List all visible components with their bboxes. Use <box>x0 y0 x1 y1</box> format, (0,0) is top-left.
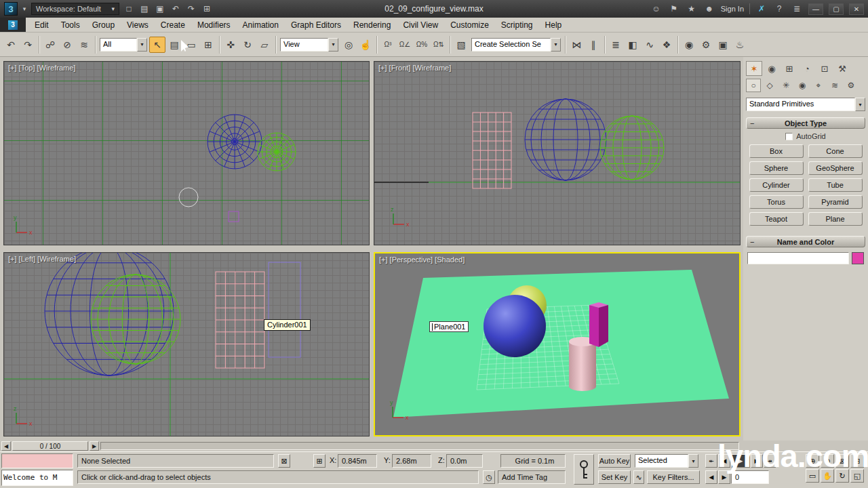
key-filters-button[interactable]: Key Filters... <box>647 470 700 484</box>
align-button[interactable]: ∥ <box>585 37 601 53</box>
notifications-icon[interactable]: ⚑ <box>668 3 680 15</box>
render-setup-button[interactable]: ⚙ <box>698 37 714 53</box>
redo-button[interactable]: ↷ <box>20 37 36 53</box>
new-file-icon[interactable]: □ <box>123 3 135 15</box>
material-editor-button[interactable]: ◉ <box>681 37 697 53</box>
menu-modifiers[interactable]: Modifiers <box>191 18 237 32</box>
sphere-button[interactable]: Sphere <box>749 161 804 175</box>
tab-hierarchy[interactable]: ⊞ <box>781 61 797 76</box>
category-systems[interactable]: ⚙ <box>844 79 859 92</box>
category-lights[interactable]: ✳ <box>778 79 793 92</box>
track-bar[interactable] <box>100 442 739 450</box>
snaps-toggle[interactable]: Ω³ <box>380 37 396 53</box>
viewport-left-label[interactable]: [+] [Left] [Wireframe] <box>8 255 76 263</box>
x-coordinate-field[interactable]: 0.845m <box>338 454 377 468</box>
menu-tools[interactable]: Tools <box>55 18 86 32</box>
viewport-left[interactable]: xz Cylinder001 [+] [Left] [Wireframe] <box>3 252 370 436</box>
selection-filter-dropdown[interactable]: All ▾ <box>100 38 147 52</box>
viewport-top[interactable]: xy [+] [Top] [Wireframe] <box>3 61 370 245</box>
select-and-link-icon[interactable]: ☍ <box>42 37 58 53</box>
go-to-start-button[interactable]: ↞ <box>705 454 717 468</box>
ribbon-toggle-button[interactable]: ◧ <box>625 37 641 53</box>
add-time-tag-field[interactable]: Add Time Tag <box>498 470 566 484</box>
tab-display[interactable]: ⊡ <box>816 61 833 76</box>
z-coordinate-field[interactable]: 0.0m <box>446 454 483 468</box>
menu-customize[interactable]: Customize <box>444 18 495 32</box>
app-logo-icon[interactable]: 3 <box>4 2 18 16</box>
rendered-frame-window-button[interactable]: ▣ <box>715 37 731 53</box>
bind-to-spacewarp-icon[interactable]: ≋ <box>76 37 92 53</box>
tab-create[interactable]: ✶ <box>746 61 762 76</box>
category-shapes[interactable]: ◇ <box>762 79 777 92</box>
selection-lock-toggle[interactable]: ⊠ <box>278 454 290 468</box>
spinner-snap-toggle[interactable]: Ω⇅ <box>431 37 447 53</box>
menu-help[interactable]: Help <box>539 18 568 32</box>
category-helpers[interactable]: ⌖ <box>811 79 826 92</box>
named-selection-sets-button[interactable]: ▧ <box>453 37 469 53</box>
y-coordinate-field[interactable]: 2.68m <box>392 454 431 468</box>
maxscript-listener[interactable]: Welcome to M <box>1 470 73 486</box>
menu-icon[interactable]: ≣ <box>791 3 803 15</box>
previous-key-button[interactable]: ◀ <box>705 470 717 484</box>
name-color-rollout[interactable]: − Name and Color <box>746 236 865 247</box>
tab-motion[interactable]: ◔ <box>799 61 815 76</box>
use-center-button[interactable]: ◎ <box>340 37 357 53</box>
key-mode-dropdown[interactable]: Selected ▾ <box>635 454 698 468</box>
restore-button[interactable]: ▢ <box>829 3 844 15</box>
tab-modify[interactable]: ◉ <box>764 61 780 76</box>
layer-manager-button[interactable]: ≣ <box>608 37 624 53</box>
object-name-input[interactable] <box>747 252 849 264</box>
set-key-mode-button[interactable] <box>574 454 594 485</box>
menu-create[interactable]: Create <box>155 18 191 32</box>
set-key-button[interactable]: Set Key <box>598 470 631 484</box>
viewport-front-label[interactable]: [+] [Front] [Wireframe] <box>378 64 451 72</box>
select-by-name-button[interactable]: ▤ <box>166 37 182 53</box>
cylinder-button[interactable]: Cylinder <box>749 178 804 192</box>
primitive-category-dropdown[interactable]: Standard Primitives ▾ <box>746 98 865 111</box>
select-and-scale-button[interactable]: ▱ <box>256 37 273 53</box>
previous-frame-arrow[interactable]: ◀ <box>1 441 11 451</box>
cone-button[interactable]: Cone <box>808 144 863 158</box>
viewport-perspective-label[interactable]: [+] [Perspective] [Shaded] <box>379 256 465 264</box>
workspace-dropdown[interactable]: Workspace: Default ▾ <box>31 3 119 15</box>
menu-rendering[interactable]: Rendering <box>347 18 397 32</box>
schematic-view-button[interactable]: ❖ <box>658 37 675 53</box>
select-and-move-button[interactable]: ✜ <box>222 37 239 53</box>
menu-graph-editors[interactable]: Graph Editors <box>285 18 347 32</box>
undo-icon[interactable]: ↶ <box>170 3 182 15</box>
undo-button[interactable]: ↶ <box>3 37 19 53</box>
exchange-x-icon[interactable]: ✗ <box>755 3 768 15</box>
viewport-front[interactable]: xz [+] [Front] [Wireframe] <box>374 61 741 245</box>
absolute-mode-toggle[interactable]: ⊞ <box>313 454 326 468</box>
percent-snap-toggle[interactable]: Ω% <box>414 37 430 53</box>
pyramid-button[interactable]: Pyramid <box>808 195 863 209</box>
sign-in-link[interactable]: Sign In <box>721 5 744 13</box>
curve-editor-button[interactable]: ∿ <box>642 37 658 53</box>
menu-group[interactable]: Group <box>86 18 121 32</box>
object-color-swatch[interactable] <box>852 252 864 264</box>
plane-button[interactable]: Plane <box>808 212 863 226</box>
mirror-button[interactable]: ⋈ <box>568 37 585 53</box>
teapot-button[interactable]: Teapot <box>749 212 804 226</box>
window-crossing-toggle[interactable]: ⊞ <box>200 37 216 53</box>
autogrid-checkbox[interactable] <box>785 133 793 140</box>
category-spacewarps[interactable]: ≋ <box>827 79 842 92</box>
save-file-icon[interactable]: ▣ <box>154 3 166 15</box>
category-geometry[interactable]: ○ <box>746 79 761 92</box>
select-and-manipulate-button[interactable]: ☝ <box>357 37 374 53</box>
plane-name-editbox[interactable]: Plane001 <box>429 321 469 332</box>
geosphere-button[interactable]: GeoSphere <box>808 161 863 175</box>
unlink-selection-icon[interactable]: ⊘ <box>59 37 75 53</box>
open-file-icon[interactable]: ▤ <box>138 3 151 15</box>
angle-snap-toggle[interactable]: Ω∠ <box>397 37 413 53</box>
object-type-rollout[interactable]: − Object Type <box>746 117 865 129</box>
torus-button[interactable]: Torus <box>749 195 804 209</box>
tube-button[interactable]: Tube <box>808 178 863 192</box>
app-menu-arrow-icon[interactable]: ▾ <box>21 3 28 15</box>
close-button[interactable]: ✕ <box>849 3 864 15</box>
select-and-rotate-button[interactable]: ↻ <box>239 37 256 53</box>
menu-civil-view[interactable]: Civil View <box>397 18 444 32</box>
named-selection-dropdown[interactable]: Create Selection Se ▾ <box>471 38 561 52</box>
menu-animation[interactable]: Animation <box>237 18 285 32</box>
application-button[interactable]: 3 <box>0 18 26 32</box>
